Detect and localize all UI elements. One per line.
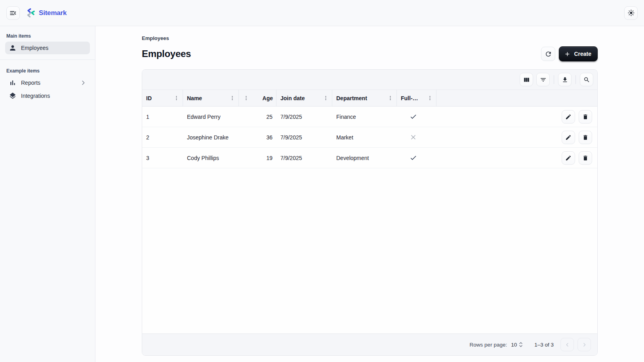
cell-full-time [397, 127, 436, 147]
trash-icon [582, 134, 589, 141]
sidebar-item-reports[interactable]: Reports [5, 76, 90, 89]
column-header-age[interactable]: Age [239, 90, 276, 106]
create-button[interactable]: Create [559, 46, 598, 61]
grid-empty-area [142, 168, 597, 333]
column-menu-icon[interactable] [243, 95, 249, 101]
trash-icon [582, 114, 589, 120]
cell-department: Development [332, 148, 397, 168]
brand-link[interactable]: Sitemark [25, 8, 67, 18]
cell-name: Edward Perry [183, 107, 239, 127]
grid-footer: Rows per page: 10 1–3 of 3 [142, 333, 597, 355]
cell-age: 25 [239, 107, 276, 127]
column-menu-icon[interactable] [229, 95, 235, 101]
cell-name: Cody Phillips [183, 148, 239, 168]
cell-department: Market [332, 127, 397, 147]
filter-button[interactable] [536, 73, 550, 86]
delete-button[interactable] [579, 110, 592, 124]
pencil-icon [565, 114, 572, 120]
edit-button[interactable] [562, 151, 575, 165]
close-icon [410, 133, 417, 141]
top-bar: Sitemark [0, 0, 644, 26]
toolbar-divider [575, 75, 576, 84]
sitemark-logo-icon [25, 8, 35, 18]
chevron-left-icon [564, 342, 570, 348]
column-header-name[interactable]: Name [183, 90, 239, 106]
pencil-icon [565, 134, 572, 141]
column-menu-icon[interactable] [387, 95, 393, 101]
cell-full-time [397, 107, 436, 127]
create-button-label: Create [574, 51, 591, 57]
data-grid: ID Name Age Join date [142, 69, 598, 356]
export-button[interactable] [558, 73, 572, 86]
table-row: 2 Josephine Drake 36 7/9/2025 Market [142, 127, 597, 148]
table-row: 3 Cody Phillips 19 7/9/2025 Development [142, 148, 597, 168]
search-button[interactable] [580, 73, 593, 86]
cell-actions [436, 127, 597, 147]
app-window: Sitemark Main items [0, 0, 644, 362]
edit-button[interactable] [562, 131, 575, 144]
sidebar-item-label: Reports [21, 80, 76, 86]
next-page-button[interactable] [577, 338, 591, 351]
toolbar-divider [554, 75, 554, 84]
chevron-right-icon [80, 80, 86, 86]
delete-button[interactable] [579, 151, 592, 165]
page-title: Employees [142, 48, 191, 59]
sidebar-collapse-button[interactable] [6, 6, 20, 20]
edit-button[interactable] [562, 110, 575, 124]
main-content: Employees Employees Cr [95, 26, 644, 362]
person-icon [9, 44, 17, 52]
cell-department: Finance [332, 107, 397, 127]
breadcrumb: Employees [142, 35, 598, 41]
bar-chart-icon [9, 79, 17, 87]
filter-icon [540, 76, 547, 83]
cell-join-date: 7/9/2025 [276, 107, 332, 127]
cell-join-date: 7/9/2025 [276, 127, 332, 147]
menu-open-icon [9, 9, 17, 17]
sidebar-item-integrations[interactable]: Integrations [5, 90, 90, 102]
delete-button[interactable] [579, 131, 592, 144]
check-icon [410, 154, 417, 162]
cell-id: 3 [142, 148, 183, 168]
cell-age: 36 [239, 127, 276, 147]
cell-join-date: 7/9/2025 [276, 148, 332, 168]
rows-per-page-select[interactable]: 10 [511, 341, 524, 348]
cell-actions [436, 148, 597, 168]
plus-icon [564, 51, 571, 57]
search-icon [583, 76, 590, 83]
chevron-right-icon [581, 342, 587, 348]
refresh-button[interactable] [541, 47, 555, 61]
column-menu-icon[interactable] [173, 95, 179, 101]
grid-header-row: ID Name Age Join date [142, 90, 597, 107]
sidebar-item-label: Integrations [21, 93, 86, 99]
trash-icon [582, 155, 589, 161]
sidebar: Main items Employees Example items Repor… [0, 26, 95, 362]
sun-icon [627, 9, 635, 17]
cell-id: 2 [142, 127, 183, 147]
cell-age: 19 [239, 148, 276, 168]
theme-toggle-button[interactable] [624, 6, 638, 20]
cell-full-time [397, 148, 436, 168]
columns-button[interactable] [520, 73, 533, 86]
sidebar-section-example-items: Example items [0, 65, 95, 76]
sidebar-divider [0, 59, 95, 60]
column-header-full-time[interactable]: Full-… [397, 90, 436, 106]
cell-name: Josephine Drake [183, 127, 239, 147]
column-header-actions [436, 90, 597, 106]
download-icon [562, 76, 568, 83]
spinner-chevrons-icon [518, 341, 524, 348]
check-icon [410, 113, 417, 120]
rows-per-page-value: 10 [511, 342, 517, 348]
refresh-icon [545, 50, 552, 58]
sidebar-item-label: Employees [21, 45, 86, 51]
column-menu-icon[interactable] [427, 95, 433, 101]
table-row: 1 Edward Perry 25 7/9/2025 Finance [142, 107, 597, 127]
previous-page-button[interactable] [560, 338, 574, 351]
column-header-department[interactable]: Department [332, 90, 397, 106]
brand-name: Sitemark [39, 9, 67, 17]
column-header-id[interactable]: ID [142, 90, 183, 106]
column-header-join-date[interactable]: Join date [276, 90, 332, 106]
sidebar-section-main-items: Main items [0, 30, 95, 41]
cell-actions [436, 107, 597, 127]
column-menu-icon[interactable] [322, 95, 329, 101]
sidebar-item-employees[interactable]: Employees [5, 42, 90, 54]
